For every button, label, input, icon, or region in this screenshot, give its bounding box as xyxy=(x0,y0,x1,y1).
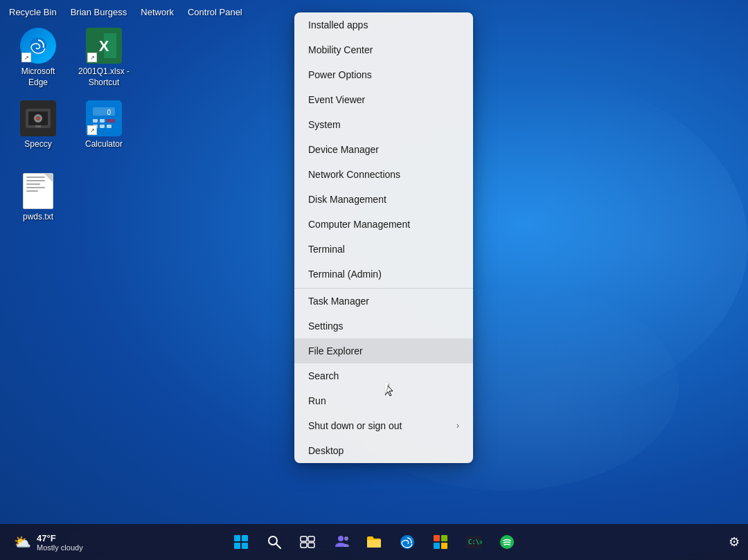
edge-icon-img: ↗ xyxy=(20,28,56,64)
menu-item-terminal-admin[interactable]: Terminal (Admin) xyxy=(294,262,473,287)
menu-item-label-settings: Settings xyxy=(308,320,344,332)
settings-tray-icon[interactable]: ⚙ xyxy=(729,534,740,550)
taskbar: ⛅ 47°F Mostly cloudy xyxy=(0,524,748,560)
menu-item-label-task-manager: Task Manager xyxy=(308,296,369,307)
txt-line-1 xyxy=(26,177,45,178)
svg-rect-27 xyxy=(301,543,307,548)
svg-rect-21 xyxy=(234,543,240,549)
menu-item-power-options[interactable]: Power Options xyxy=(294,62,473,87)
store-button[interactable] xyxy=(425,527,456,557)
weather-widget[interactable]: ⛅ 47°F Mostly cloudy xyxy=(8,530,89,554)
icon-edge[interactable]: ↗ MicrosoftEdge xyxy=(7,24,69,93)
icon-pwds[interactable]: pwds.txt xyxy=(7,170,69,239)
weather-temp: 47°F xyxy=(37,533,83,543)
menu-item-computer-management[interactable]: Computer Management xyxy=(294,212,473,237)
excel-label: 2001Q1.xlsx -Shortcut xyxy=(78,66,130,88)
speccy-label: Speccy xyxy=(24,139,51,150)
svg-rect-13 xyxy=(93,119,98,123)
txt-icon-shape xyxy=(23,173,53,209)
svg-rect-19 xyxy=(234,535,240,541)
weather-icon: ⛅ xyxy=(14,534,31,550)
search-taskbar-button[interactable] xyxy=(259,527,290,557)
svg-rect-33 xyxy=(441,535,447,541)
taskbar-center: C:\>_ xyxy=(226,527,522,557)
txt-line-4 xyxy=(26,187,45,188)
menu-item-label-computer-management: Computer Management xyxy=(308,219,410,230)
file-explorer-button[interactable] xyxy=(359,527,389,557)
svg-rect-20 xyxy=(242,535,248,541)
menu-item-event-viewer[interactable]: Event Viewer xyxy=(294,87,473,112)
menu-item-task-manager[interactable]: Task Manager xyxy=(294,288,473,314)
icon-calculator[interactable]: 0 ↗ Calculator xyxy=(73,97,135,166)
excel-icon-img: X ↗ xyxy=(86,28,122,64)
label-control-panel[interactable]: Control Panel xyxy=(188,7,242,17)
menu-item-disk-management[interactable]: Disk Management xyxy=(294,187,473,212)
menu-item-desktop[interactable]: Desktop xyxy=(294,438,473,463)
taskbar-left: ⛅ 47°F Mostly cloudy xyxy=(8,530,89,554)
menu-item-label-disk-management: Disk Management xyxy=(308,194,386,205)
svg-rect-28 xyxy=(308,543,314,548)
excel-shortcut-arrow: ↗ xyxy=(87,53,97,62)
svg-point-29 xyxy=(338,536,344,541)
menu-item-network-connections[interactable]: Network Connections xyxy=(294,162,473,187)
menu-item-system[interactable]: System xyxy=(294,112,473,137)
menu-item-settings[interactable]: Settings xyxy=(294,314,473,338)
svg-point-30 xyxy=(344,536,348,541)
menu-item-label-terminal-admin: Terminal (Admin) xyxy=(308,269,382,280)
menu-item-label-file-explorer: File Explorer xyxy=(308,345,363,356)
menu-item-label-shut-down: Shut down or sign out xyxy=(308,420,402,431)
menu-item-label-power-options: Power Options xyxy=(308,69,372,80)
menu-item-search[interactable]: Search xyxy=(294,363,473,388)
menu-item-label-installed-apps: Installed apps xyxy=(308,19,368,30)
menu-item-shut-down[interactable]: Shut down or sign out› xyxy=(294,413,473,438)
svg-rect-34 xyxy=(434,543,440,549)
edge-shortcut-arrow: ↗ xyxy=(21,53,31,62)
icon-speccy[interactable]: Speccy xyxy=(7,97,69,166)
icon-excel[interactable]: X ↗ 2001Q1.xlsx -Shortcut xyxy=(73,24,135,93)
desktop: Recycle Bin Brian Burgess Network Contro… xyxy=(0,0,748,560)
edge-taskbar-button[interactable] xyxy=(392,527,422,557)
calc-label: Calculator xyxy=(85,139,123,150)
label-network[interactable]: Network xyxy=(141,7,174,17)
desktop-labels: Recycle Bin Brian Burgess Network Contro… xyxy=(3,3,248,21)
menu-item-installed-apps[interactable]: Installed apps xyxy=(294,12,473,37)
speccy-icon-img xyxy=(20,100,56,136)
menu-item-label-desktop: Desktop xyxy=(308,445,344,456)
calc-shortcut-arrow: ↗ xyxy=(87,125,97,135)
svg-rect-26 xyxy=(308,536,314,541)
svg-rect-8 xyxy=(35,125,41,127)
label-recycle-bin[interactable]: Recycle Bin xyxy=(9,7,57,17)
menu-item-mobility-center[interactable]: Mobility Center xyxy=(294,37,473,62)
menu-item-run[interactable]: Run xyxy=(294,388,473,413)
svg-rect-22 xyxy=(242,543,248,549)
svg-rect-17 xyxy=(100,125,105,128)
context-menu: Installed appsMobility CenterPower Optio… xyxy=(294,12,473,463)
spotify-button[interactable] xyxy=(492,527,522,557)
svg-text:X: X xyxy=(99,37,109,55)
svg-rect-11 xyxy=(93,107,115,116)
terminal-taskbar-button[interactable]: C:\>_ xyxy=(458,527,489,557)
teams-button[interactable] xyxy=(326,527,356,557)
menu-item-terminal[interactable]: Terminal xyxy=(294,237,473,262)
taskbar-right: ⚙ xyxy=(729,534,740,550)
pwds-label: pwds.txt xyxy=(23,212,53,223)
svg-text:C:\>_: C:\>_ xyxy=(468,539,482,545)
pwds-icon-img xyxy=(20,173,56,209)
svg-rect-14 xyxy=(100,119,105,123)
task-view-button[interactable] xyxy=(292,527,323,557)
svg-rect-15 xyxy=(107,119,115,123)
menu-item-device-manager[interactable]: Device Manager xyxy=(294,137,473,162)
desktop-icon-grid: ↗ MicrosoftEdge X ↗ 2001Q1.xlsx -Shortcu… xyxy=(7,24,135,311)
menu-item-file-explorer[interactable]: File Explorer xyxy=(294,338,473,363)
txt-line-3 xyxy=(26,183,40,185)
weather-info: 47°F Mostly cloudy xyxy=(37,533,83,552)
txt-line-5 xyxy=(26,190,38,192)
menu-item-label-run: Run xyxy=(308,395,326,406)
system-tray[interactable]: ⚙ xyxy=(729,534,740,550)
menu-item-label-device-manager: Device Manager xyxy=(308,144,379,155)
label-brian-burgess[interactable]: Brian Burgess xyxy=(71,7,127,17)
menu-item-label-terminal: Terminal xyxy=(308,244,345,255)
calc-icon-img: 0 ↗ xyxy=(86,100,122,136)
menu-item-arrow-shut-down: › xyxy=(456,421,459,431)
start-button[interactable] xyxy=(226,527,256,557)
